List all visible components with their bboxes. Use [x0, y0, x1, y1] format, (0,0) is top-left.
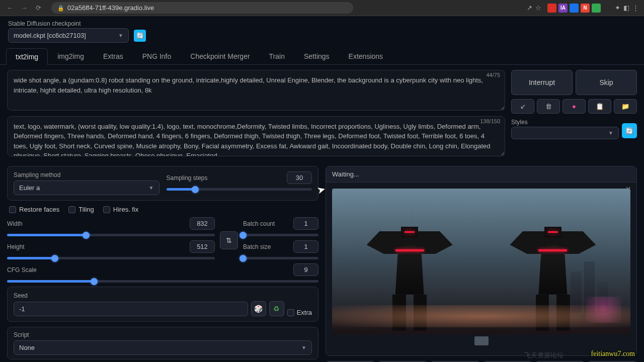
- sampling-method-value: Euler a: [19, 184, 40, 192]
- reload-button[interactable]: ⟳: [33, 3, 43, 13]
- cfg-scale-slider[interactable]: [7, 280, 318, 283]
- ext-red[interactable]: [547, 4, 556, 13]
- extensions-icon[interactable]: ✦: [615, 4, 620, 12]
- tool-icon-3[interactable]: 📋: [588, 99, 611, 114]
- tab-train[interactable]: Train: [260, 48, 294, 64]
- generated-image[interactable]: [332, 189, 630, 334]
- tab-extras[interactable]: Extras: [94, 48, 133, 64]
- script-label: Script: [14, 331, 312, 338]
- seed-input[interactable]: [14, 302, 248, 316]
- star-icon[interactable]: ☆: [535, 4, 541, 12]
- ext-blue[interactable]: [570, 4, 579, 13]
- browser-chrome: ← → ⟳ 🔒02a56ff4-71ff-439e.gradio.live ↗ …: [0, 0, 644, 16]
- sampling-method-dropdown[interactable]: Euler a ▼: [14, 180, 159, 195]
- width-slider[interactable]: [7, 234, 215, 236]
- tool-icon-1[interactable]: 🗑: [537, 99, 560, 114]
- batch-size-slider[interactable]: [243, 257, 318, 259]
- cfg-scale-label: CFG Scale: [7, 266, 37, 274]
- ext-n[interactable]: N: [581, 4, 590, 13]
- restore-faces-checkbox[interactable]: Restore faces: [9, 206, 59, 213]
- chevron-down-icon: ▼: [301, 345, 306, 350]
- tiling-label: Tiling: [78, 206, 94, 213]
- forward-button[interactable]: →: [19, 3, 29, 13]
- ext-green[interactable]: [592, 4, 601, 13]
- output-status: Waiting...: [326, 166, 636, 183]
- width-value[interactable]: 832: [190, 217, 215, 230]
- tool-icon-0[interactable]: ↙: [511, 99, 534, 114]
- tiling-checkbox[interactable]: Tiling: [68, 206, 94, 213]
- hires-fix-label: Hires. fix: [113, 206, 139, 213]
- swap-dimensions-button[interactable]: ⇅: [220, 231, 238, 249]
- tab-txt2img[interactable]: txt2img: [6, 48, 48, 65]
- apply-style-button[interactable]: 🔄: [622, 123, 637, 138]
- neg-prompt-token-count: 138/150: [480, 118, 500, 124]
- tab-settings[interactable]: Settings: [294, 48, 339, 64]
- height-slider[interactable]: [7, 257, 215, 259]
- tab-img2img[interactable]: img2img: [48, 48, 94, 64]
- styles-label: Styles: [511, 119, 619, 126]
- ext-ia[interactable]: IA: [558, 4, 568, 13]
- tab-extensions[interactable]: Extensions: [339, 48, 392, 64]
- height-label: Height: [7, 243, 25, 250]
- ext-dark[interactable]: [603, 4, 612, 13]
- batch-count-slider[interactable]: [243, 234, 318, 236]
- batch-size-label: Batch size: [243, 243, 271, 250]
- script-dropdown[interactable]: None ▼: [14, 340, 312, 355]
- tool-icon-2[interactable]: ●: [562, 99, 586, 114]
- checkpoint-value: model.ckpt [cc6cb27103]: [14, 32, 86, 39]
- tab-png-info[interactable]: PNG Info: [133, 48, 181, 64]
- skip-button[interactable]: Skip: [576, 70, 637, 95]
- sampling-method-label: Sampling method: [14, 171, 159, 178]
- seed-random-button[interactable]: 🎲: [251, 301, 266, 316]
- menu-icon[interactable]: ⋮: [632, 4, 639, 12]
- seed-extra-label: Extra: [297, 309, 312, 316]
- batch-size-value[interactable]: 1: [293, 240, 318, 253]
- watermark-2: 飞天资源论坛: [524, 351, 564, 360]
- sampling-steps-slider[interactable]: [167, 188, 312, 191]
- checkpoint-dropdown[interactable]: model.ckpt [cc6cb27103] ▼: [8, 28, 129, 43]
- chevron-down-icon: ▼: [149, 185, 154, 191]
- url-bar[interactable]: 🔒02a56ff4-71ff-439e.gradio.live: [51, 2, 353, 14]
- styles-dropdown[interactable]: ▼: [511, 127, 619, 139]
- share-icon[interactable]: ↗: [527, 4, 532, 12]
- checkpoint-label: Stable Diffusion checkpoint: [8, 20, 129, 27]
- url-text: 02a56ff4-71ff-439e.gradio.live: [67, 4, 154, 12]
- back-button[interactable]: ←: [5, 3, 15, 13]
- height-value[interactable]: 512: [190, 240, 215, 253]
- output-thumbnail[interactable]: [474, 336, 489, 345]
- chevron-down-icon: ▼: [118, 33, 123, 38]
- restore-faces-label: Restore faces: [19, 206, 59, 213]
- interrupt-button[interactable]: Interrupt: [511, 70, 573, 95]
- batch-count-value[interactable]: 1: [293, 217, 318, 230]
- sampling-steps-value[interactable]: 30: [287, 171, 312, 184]
- width-label: Width: [7, 220, 23, 227]
- hires-fix-checkbox[interactable]: Hires. fix: [103, 206, 139, 213]
- batch-count-label: Batch count: [243, 220, 275, 227]
- output-panel: Waiting... ✕: [326, 166, 637, 356]
- tab-checkpoint-merger[interactable]: Checkpoint Merger: [181, 48, 259, 64]
- prompt-input[interactable]: [7, 70, 505, 111]
- sampling-steps-label: Sampling steps: [167, 174, 208, 182]
- prompt-token-count: 44/75: [486, 72, 500, 78]
- lock-icon: 🔒: [57, 5, 64, 11]
- refresh-checkpoint-button[interactable]: 🔄: [134, 30, 146, 42]
- negative-prompt-input[interactable]: [7, 116, 505, 157]
- seed-extra-checkbox[interactable]: Extra: [287, 309, 312, 316]
- script-value: None: [19, 344, 35, 351]
- seed-reuse-button[interactable]: ♻: [269, 301, 284, 316]
- tool-icon-4[interactable]: 📁: [614, 99, 637, 114]
- tab-bar: txt2imgimg2imgExtrasPNG InfoCheckpoint M…: [0, 48, 644, 65]
- chevron-down-icon: ▼: [608, 130, 613, 136]
- window-icon[interactable]: ◧: [623, 4, 629, 12]
- cfg-scale-value[interactable]: 9: [293, 263, 318, 276]
- seed-label: Seed: [14, 292, 312, 299]
